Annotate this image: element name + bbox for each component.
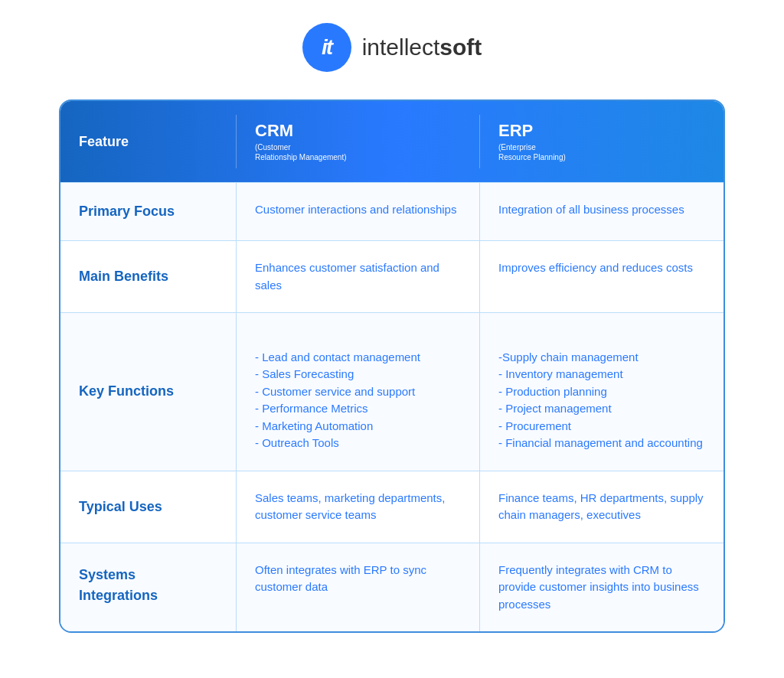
th-erp: ERP (EnterpriseResource Planning) (480, 115, 724, 168)
table-row: Main Benefits Enhances customer satisfac… (60, 240, 724, 312)
feature-main-benefits: Main Benefits (60, 241, 237, 312)
table-header: Feature CRM (CustomerRelationship Manage… (60, 101, 724, 182)
erp-main-benefits: Improves efficiency and reduces costs (480, 241, 724, 312)
th-erp-subtitle: (EnterpriseResource Planning) (498, 142, 705, 162)
erp-primary-focus: Integration of all business processes (480, 183, 724, 240)
erp-key-functions: -Supply chain management - Inventory man… (480, 313, 724, 471)
th-crm-subtitle: (CustomerRelationship Management) (255, 142, 461, 162)
table-row: Primary Focus Customer interactions and … (60, 182, 724, 240)
erp-systems-integrations: Frequently integrates with CRM to provid… (480, 543, 724, 632)
table-row: Key Functions - Lead and contact managem… (60, 312, 724, 471)
brand-name: intellectsoft (362, 34, 482, 60)
table-row: Typical Uses Sales teams, marketing depa… (60, 471, 724, 543)
logo-icon: it (302, 23, 351, 72)
th-crm: CRM (CustomerRelationship Management) (237, 115, 480, 168)
crm-primary-focus: Customer interactions and relationships (237, 183, 480, 240)
page-header: it intellectsoft (302, 23, 482, 72)
comparison-table: Feature CRM (CustomerRelationship Manage… (59, 99, 725, 633)
feature-typical-uses: Typical Uses (60, 471, 237, 543)
feature-primary-focus: Primary Focus (60, 183, 237, 240)
crm-systems-integrations: Often integrates with ERP to sync custom… (237, 543, 480, 632)
feature-key-functions: Key Functions (60, 313, 237, 471)
th-feature: Feature (60, 115, 237, 168)
table-row: Systems Integrations Often integrates wi… (60, 543, 724, 632)
crm-typical-uses: Sales teams, marketing departments, cust… (237, 471, 480, 543)
feature-systems-integrations: Systems Integrations (60, 543, 237, 632)
crm-main-benefits: Enhances customer satisfaction and sales (237, 241, 480, 312)
erp-typical-uses: Finance teams, HR departments, supply ch… (480, 471, 724, 543)
crm-key-functions: - Lead and contact management - Sales Fo… (237, 313, 480, 471)
